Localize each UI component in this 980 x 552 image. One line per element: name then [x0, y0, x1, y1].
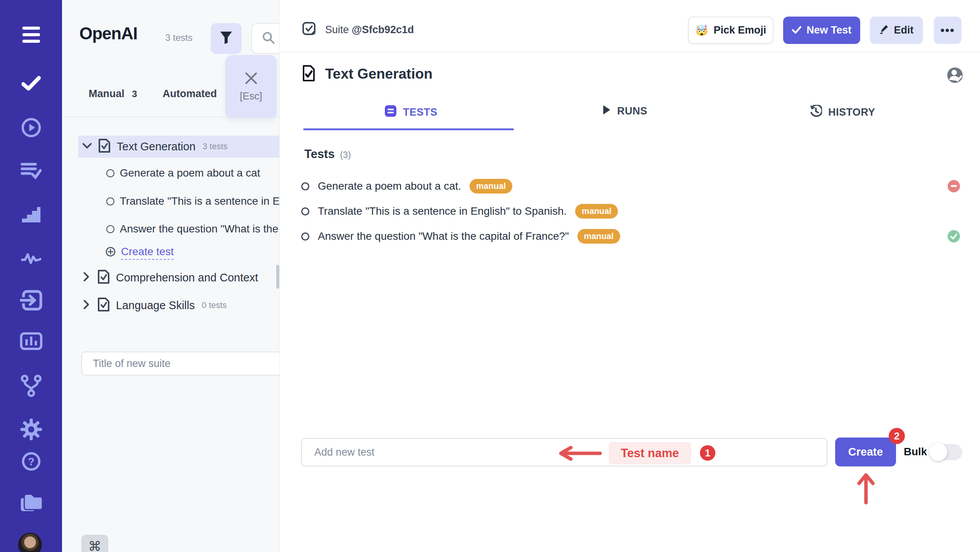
create-test-link-row[interactable]: Create test: [62, 243, 280, 262]
status-blocked-icon[interactable]: [948, 180, 960, 192]
manual-badge: manual: [575, 204, 618, 219]
document-check-icon: [302, 65, 315, 83]
hamburger-icon: [22, 25, 40, 46]
git-branch-icon: [21, 375, 42, 399]
filter-button[interactable]: [211, 23, 242, 54]
esc-hint: [Esc]: [240, 90, 262, 102]
active-tab-underline: [303, 128, 514, 130]
tree-suite-text-generation[interactable]: Text Generation 3 tests: [62, 137, 280, 156]
tab-history[interactable]: HISTORY: [810, 105, 875, 120]
close-search-button[interactable]: [Esc]: [225, 55, 277, 118]
nav-import[interactable]: [0, 290, 62, 312]
tab-runs[interactable]: RUNS: [602, 105, 648, 118]
user-avatar[interactable]: [18, 533, 42, 552]
tab-tests-label: TESTS: [403, 106, 438, 118]
gear-icon: [20, 419, 42, 442]
main-content: Suite @Sfcb92c1d 🤯 Pick Emoji New Test E…: [280, 0, 980, 552]
annotation-left-arrow: [554, 446, 602, 462]
new-suite-title-input[interactable]: [81, 352, 280, 375]
nav-projects[interactable]: [0, 493, 62, 514]
tree-test-label: Translate "This is a sentence in English…: [120, 195, 280, 207]
tree-suite-count: 3 tests: [203, 141, 228, 151]
search-box[interactable]: [251, 23, 280, 54]
annotation-step-2: 2: [889, 428, 905, 444]
tree-suite-count: 0 tests: [202, 300, 227, 310]
circle-plus-icon: [106, 247, 116, 258]
tree-suite-label: Text Generation: [117, 140, 196, 153]
app-screen: ? OpenAI 3 tests [Esc]: [0, 0, 980, 552]
ellipsis-icon: •••: [940, 24, 955, 37]
folders-icon: [20, 493, 43, 514]
command-key-button[interactable]: ⌘: [81, 535, 108, 552]
nav-test-lists[interactable]: [0, 162, 62, 181]
history-clock-icon: [810, 105, 822, 120]
create-button[interactable]: Create: [835, 438, 896, 466]
help-circle-icon: ?: [22, 452, 41, 473]
test-row[interactable]: Translate "This is a sentence in English…: [301, 202, 618, 220]
org-test-count: 3 tests: [165, 32, 193, 43]
nav-activity[interactable]: [0, 251, 62, 266]
create-test-link[interactable]: Create test: [121, 246, 174, 260]
nav-settings[interactable]: [0, 419, 62, 442]
new-test-label: New Test: [807, 24, 852, 36]
play-icon: [602, 105, 611, 118]
tab-automated-label: Automated: [163, 88, 217, 99]
new-test-button[interactable]: New Test: [783, 17, 860, 44]
nav-runs[interactable]: [0, 118, 62, 139]
tests-tab-icon: [384, 105, 397, 120]
suite-name: Suite @Sfcb92c1d: [325, 24, 414, 36]
tree-scrollbar[interactable]: [276, 265, 279, 289]
tree-test-item[interactable]: Answer the question "What is the capital…: [62, 220, 280, 238]
nav-help[interactable]: ?: [0, 452, 62, 473]
tab-history-label: HISTORY: [828, 106, 875, 118]
tree-test-item[interactable]: Translate "This is a sentence in English…: [62, 192, 280, 210]
nav-versions[interactable]: [0, 375, 62, 399]
more-actions-button[interactable]: •••: [934, 17, 962, 44]
svg-text:?: ?: [28, 456, 34, 468]
icon-rail: ?: [0, 0, 62, 552]
radio-circle-icon: [106, 169, 114, 177]
radio-circle-icon: [106, 225, 114, 233]
create-label: Create: [848, 446, 883, 458]
chevron-right-icon: [83, 272, 90, 283]
test-row[interactable]: Generate a poem about a cat. manual: [301, 177, 512, 195]
bulk-toggle-knob[interactable]: [929, 443, 947, 461]
radio-circle-icon: [106, 197, 114, 205]
doc-check-icon: [97, 269, 110, 286]
test-label: Generate a poem about a cat.: [318, 180, 461, 192]
doc-check-icon: [97, 297, 110, 313]
tree-test-label: Generate a poem about a cat: [120, 167, 260, 179]
radio-circle-icon: [301, 207, 309, 215]
play-circle-icon: [21, 118, 41, 139]
pulse-icon: [21, 251, 41, 266]
tree-suite-comprehension[interactable]: Comprehension and Context: [62, 268, 280, 287]
stairs-icon: [21, 205, 41, 224]
search-icon: [262, 31, 275, 46]
tree-suite-language-skills[interactable]: Language Skills 0 tests: [62, 296, 280, 315]
chevron-down-icon: [82, 142, 92, 151]
nav-tests[interactable]: [0, 76, 62, 93]
edit-button[interactable]: Edit: [870, 17, 923, 44]
tree-test-item[interactable]: Generate a poem about a cat: [62, 164, 280, 182]
tree-suite-label: Comprehension and Context: [116, 271, 258, 284]
menu-button[interactable]: [0, 25, 62, 46]
tab-tests[interactable]: TESTS: [384, 105, 438, 120]
bar-chart-icon: [20, 332, 42, 352]
page-title: Text Generation: [325, 66, 433, 82]
status-passed-icon[interactable]: [948, 230, 960, 242]
test-row[interactable]: Answer the question "What is the capital…: [301, 227, 620, 245]
manual-badge: manual: [470, 179, 512, 194]
nav-reports[interactable]: [0, 332, 62, 352]
pick-emoji-button[interactable]: 🤯 Pick Emoji: [688, 17, 774, 44]
pencil-icon: [879, 24, 889, 37]
tree-test-label: Answer the question "What is the capital…: [120, 223, 280, 235]
nav-steps[interactable]: [0, 205, 62, 224]
tab-manual[interactable]: Manual 3: [89, 88, 137, 100]
check-icon: [792, 24, 801, 36]
header-divider: [280, 52, 980, 52]
close-icon: [245, 72, 258, 85]
tab-automated[interactable]: Automated: [163, 88, 217, 100]
edit-label: Edit: [894, 24, 914, 36]
assignee-avatar-icon[interactable]: [947, 67, 963, 85]
panel-divider: [62, 117, 280, 118]
